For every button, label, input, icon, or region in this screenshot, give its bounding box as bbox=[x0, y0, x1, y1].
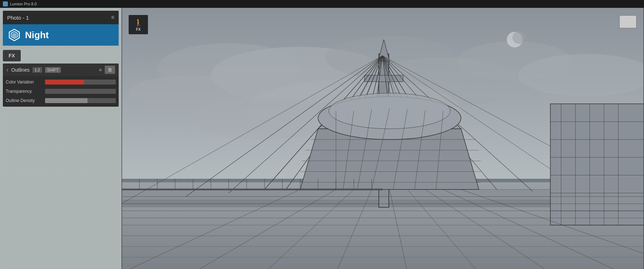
svg-rect-75 bbox=[550, 104, 644, 225]
titlebar: Lumion Pro 8.0 bbox=[0, 0, 644, 8]
outlines-back-icon[interactable]: ‹ bbox=[6, 67, 8, 73]
fx-overlay-label: FX bbox=[136, 27, 141, 31]
night-banner: Night bbox=[3, 24, 119, 46]
photo-panel: Photo - 1 ≡ Night bbox=[3, 11, 119, 46]
outline-density-row: Outline Density bbox=[3, 96, 119, 105]
viewport-scene bbox=[122, 8, 644, 269]
svg-rect-22 bbox=[365, 75, 403, 82]
outline-density-track[interactable] bbox=[45, 98, 116, 103]
outlines-title: Outlines bbox=[11, 67, 29, 73]
fx-person-icon: 🚶 bbox=[134, 18, 143, 27]
color-variation-fill bbox=[45, 80, 84, 85]
transparency-label: Transparency bbox=[6, 89, 45, 94]
outline-density-label: Outline Density bbox=[6, 98, 45, 103]
outlines-right-controls: ≡ 🗑 bbox=[99, 66, 115, 74]
photo-header: Photo - 1 ≡ bbox=[3, 11, 119, 24]
mini-preview[interactable] bbox=[619, 15, 637, 29]
outline-density-fill bbox=[45, 98, 88, 103]
color-variation-row: Color Variation bbox=[3, 77, 119, 87]
viewport: 🚶 FX bbox=[122, 8, 644, 269]
color-variation-track[interactable] bbox=[45, 80, 116, 85]
delete-button[interactable]: 🗑 bbox=[105, 66, 115, 74]
svg-point-14 bbox=[512, 31, 525, 44]
app-title: Lumion Pro 8.0 bbox=[10, 2, 37, 6]
outlines-header-left: ‹ Outlines 1.2 SHIFT bbox=[6, 67, 61, 73]
night-label: Night bbox=[25, 30, 49, 41]
sidebar: Photo - 1 ≡ Night FX ‹ O bbox=[0, 8, 122, 269]
sliders-area: Color Variation Transparency Outline Den… bbox=[3, 76, 119, 107]
photo-menu-icon[interactable]: ≡ bbox=[111, 14, 114, 21]
app-icon bbox=[3, 1, 8, 6]
outlines-header: ‹ Outlines 1.2 SHIFT ≡ 🗑 bbox=[3, 64, 119, 76]
svg-point-47 bbox=[329, 93, 450, 129]
outlines-shift-label: SHIFT bbox=[45, 67, 61, 73]
outlines-panel: ‹ Outlines 1.2 SHIFT ≡ 🗑 Color Variation bbox=[3, 64, 119, 107]
svg-rect-60 bbox=[122, 189, 382, 190]
night-icon bbox=[8, 29, 21, 41]
outlines-menu-icon[interactable]: ≡ bbox=[99, 67, 102, 73]
transparency-track[interactable] bbox=[45, 89, 116, 94]
fx-overlay-button[interactable]: 🚶 FX bbox=[129, 15, 148, 34]
main-layout: Photo - 1 ≡ Night FX ‹ O bbox=[0, 8, 644, 269]
transparency-row: Transparency bbox=[3, 87, 119, 96]
color-variation-label: Color Variation bbox=[6, 80, 45, 85]
fx-button[interactable]: FX bbox=[3, 50, 21, 61]
photo-title: Photo - 1 bbox=[7, 15, 29, 21]
outlines-value: 1.2 bbox=[33, 67, 42, 73]
